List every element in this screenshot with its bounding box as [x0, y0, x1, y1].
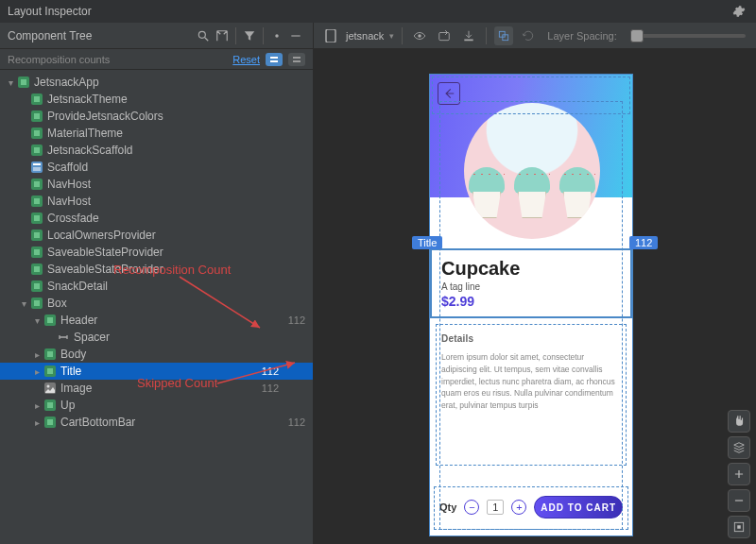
svg-rect-23: [34, 198, 40, 204]
tree-type-icon: [30, 229, 43, 242]
svg-rect-31: [34, 266, 40, 272]
tree-node-snackdetail[interactable]: SnackDetail: [0, 278, 313, 295]
live-icon[interactable]: [410, 26, 429, 45]
tree-node-label: JetsnackTheme: [47, 93, 128, 106]
device-select-icon[interactable]: [321, 26, 340, 45]
svg-rect-48: [326, 29, 335, 42]
tree-arrow-icon[interactable]: [32, 366, 42, 377]
tree-node-navhost[interactable]: NavHost: [0, 193, 313, 210]
preview-toolbar: jetsnack ▾ Layer Spacing:: [314, 23, 756, 49]
hide-panel-icon[interactable]: [286, 26, 305, 45]
tree-node-jetsnackapp[interactable]: JetsnackApp: [0, 74, 313, 91]
tree-type-icon: [43, 365, 57, 378]
svg-rect-16: [34, 147, 40, 153]
more-settings-icon[interactable]: [267, 26, 286, 45]
tree-node-label: SaveableStateProvider: [47, 246, 163, 259]
tree-arrow-icon[interactable]: [19, 298, 28, 309]
tree-type-icon: [30, 93, 43, 106]
tree-node-scaffold[interactable]: Scaffold: [0, 159, 313, 176]
component-tree-header: Component Tree: [0, 23, 313, 49]
tree-node-label: NavHost: [47, 195, 91, 208]
overlay-cartbar: [434, 486, 628, 530]
tree-node-crossfade[interactable]: Crossfade: [0, 210, 313, 227]
tree-node-label: Box: [47, 297, 67, 310]
tree-node-label: NavHost: [47, 178, 91, 191]
tree-type-icon: [30, 195, 43, 208]
svg-rect-47: [47, 419, 53, 425]
tree-type-icon: [30, 127, 43, 140]
layer-spacing-slider[interactable]: [632, 34, 746, 38]
tree-node-up[interactable]: Up: [0, 397, 313, 414]
svg-rect-45: [47, 402, 53, 408]
tree-node-jetsnacktheme[interactable]: JetsnackTheme: [0, 91, 313, 108]
preview-canvas[interactable]: Cupcake A tag line $2.99 Details Lorem i…: [314, 49, 756, 544]
tree-arrow-icon[interactable]: [32, 349, 42, 360]
selection-count-badge: 112: [629, 236, 658, 249]
tree-type-icon: [30, 110, 43, 123]
refresh-icon[interactable]: [519, 26, 538, 45]
svg-rect-50: [439, 32, 450, 40]
reset-link[interactable]: Reset: [232, 54, 260, 65]
svg-rect-37: [47, 317, 53, 323]
recomposition-header-row: Recomposition counts Reset: [0, 49, 313, 70]
tree-node-providejetsnackcolors[interactable]: ProvideJetsnackColors: [0, 108, 313, 125]
tree-node-body[interactable]: Body: [0, 346, 313, 363]
zoom-out-icon[interactable]: [728, 489, 750, 512]
tree-type-icon: [43, 382, 57, 395]
tree-node-label: Spacer: [74, 331, 110, 344]
tree-node-box[interactable]: Box: [0, 295, 313, 312]
tree-node-label: Image: [60, 382, 92, 395]
device-name[interactable]: jetsnack: [346, 30, 384, 42]
expand-icon[interactable]: [213, 26, 232, 45]
svg-rect-52: [500, 31, 506, 37]
tree-node-label: ProvideJetsnackColors: [47, 110, 163, 123]
tree-node-label: Scaffold: [47, 161, 88, 174]
mode-2d-icon[interactable]: [494, 26, 513, 45]
component-tree[interactable]: JetsnackAppJetsnackThemeProvideJetsnackC…: [0, 70, 313, 544]
selection-name-badge: Title: [412, 236, 442, 249]
layers-icon[interactable]: [728, 436, 750, 459]
svg-rect-19: [33, 167, 41, 171]
tree-type-icon: [30, 246, 43, 259]
tree-type-icon: [30, 178, 43, 191]
skipped-column-icon[interactable]: [288, 53, 305, 66]
tree-arrow-icon[interactable]: [6, 77, 15, 88]
recomposition-count: 112: [262, 382, 279, 394]
tree-arrow-icon[interactable]: [32, 417, 42, 428]
fit-icon[interactable]: [728, 516, 750, 538]
tree-type-icon: [17, 76, 30, 89]
settings-gear-icon[interactable]: [730, 2, 748, 21]
tree-type-icon: [30, 212, 43, 225]
export-icon[interactable]: [459, 26, 478, 45]
tree-node-navhost[interactable]: NavHost: [0, 176, 313, 193]
device-frame: Cupcake A tag line $2.99 Details Lorem i…: [429, 74, 633, 536]
search-icon[interactable]: [194, 26, 213, 45]
tree-type-icon: [30, 297, 43, 310]
snapshot-icon[interactable]: [435, 26, 454, 45]
svg-rect-10: [34, 96, 40, 102]
tree-node-label: MaterialTheme: [47, 127, 123, 140]
tree-node-localownersprovider[interactable]: LocalOwnersProvider: [0, 227, 313, 244]
tree-arrow-icon[interactable]: [32, 315, 42, 326]
tree-node-materialtheme[interactable]: MaterialTheme: [0, 125, 313, 142]
svg-rect-33: [34, 283, 40, 289]
tree-node-saveablestateprovider[interactable]: SaveableStateProvider: [0, 244, 313, 261]
tree-node-header[interactable]: Header112: [0, 312, 313, 329]
tree-type-icon: [43, 314, 57, 327]
svg-rect-25: [34, 215, 40, 221]
tree-node-spacer[interactable]: Spacer: [0, 329, 313, 346]
tree-node-jetsnackscaffold[interactable]: JetsnackScaffold: [0, 142, 313, 159]
tree-node-cartbottombar[interactable]: CartBottomBar112: [0, 414, 313, 431]
svg-rect-27: [34, 232, 40, 238]
skipped-count: 112: [288, 416, 305, 428]
tree-arrow-icon[interactable]: [32, 400, 42, 411]
tree-type-icon: [43, 416, 57, 429]
recomposition-count: 112: [262, 366, 279, 377]
filter-icon[interactable]: [240, 26, 259, 45]
svg-rect-53: [503, 34, 508, 40]
pan-icon[interactable]: [728, 410, 750, 433]
svg-rect-35: [34, 300, 40, 306]
zoom-in-icon[interactable]: [728, 463, 750, 485]
recomposition-column-icon[interactable]: [266, 53, 283, 66]
svg-rect-6: [293, 60, 301, 62]
